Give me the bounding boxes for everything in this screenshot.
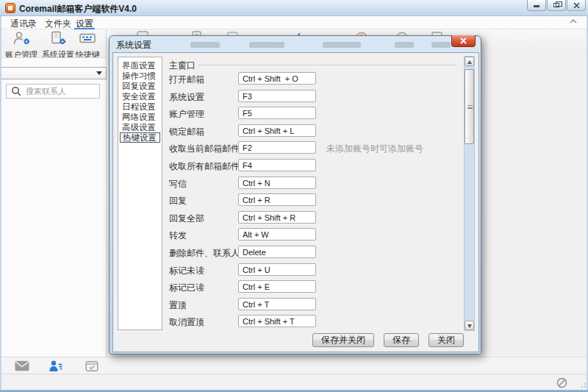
- dialog-title: 系统设置: [116, 39, 151, 51]
- tab-contacts[interactable]: 通讯录: [7, 18, 40, 29]
- nav-item-security[interactable]: 安全设置: [120, 91, 160, 101]
- hotkey-label: 账户管理: [169, 108, 204, 121]
- hotkey-label: 转发: [169, 229, 187, 242]
- close-dialog-button[interactable]: 关闭: [429, 333, 464, 347]
- settings-dialog: 系统设置 界面设置 操作习惯 回复设置 安全设置 日程设置 网络设置 高级设置 …: [109, 35, 481, 354]
- chevron-up-icon: [569, 18, 578, 25]
- minimize-button[interactable]: [527, 0, 546, 11]
- hotkey-label: 置顶: [169, 299, 187, 312]
- search-input[interactable]: [26, 87, 99, 96]
- hotkey-input-pin[interactable]: [238, 298, 316, 310]
- hotkey-input-unpin[interactable]: [238, 315, 316, 327]
- scrollbar-thumb[interactable]: [465, 69, 474, 144]
- hotkey-input-reply[interactable]: [238, 193, 316, 206]
- thumb-grip-icon: [467, 105, 473, 109]
- keyboard-icon: [79, 31, 96, 46]
- app-logo-icon: [5, 3, 15, 13]
- hotkey-input-compose[interactable]: [238, 177, 316, 189]
- tab-folders[interactable]: 文件夹: [42, 18, 74, 29]
- hotkey-label: 回复全部: [169, 213, 204, 225]
- sidebar-separator: [106, 29, 107, 374]
- hotkey-input-mark-read[interactable]: [238, 280, 316, 293]
- titlebar-ghost: [323, 42, 361, 48]
- hotkey-label: 锁定邮箱: [169, 126, 204, 138]
- scroll-up-button[interactable]: [465, 57, 474, 66]
- chevron-down-icon: [96, 71, 102, 75]
- offline-status-icon[interactable]: [556, 377, 567, 388]
- hotkey-label: 写信: [169, 178, 187, 190]
- hotkey-input-reply-all[interactable]: [238, 211, 316, 224]
- hotkey-input-lock-mailbox[interactable]: [238, 124, 316, 137]
- dialog-scrollbar: [464, 56, 475, 331]
- hotkey-input-account-management[interactable]: [238, 107, 316, 119]
- toolbar-hotkeys[interactable]: 快捷键: [74, 31, 101, 60]
- scroll-down-button[interactable]: [465, 321, 474, 330]
- dialog-content: 界面设置 操作习惯 回复设置 安全设置 日程设置 网络设置 高级设置 热键设置 …: [112, 52, 479, 352]
- sidebar: [0, 57, 106, 357]
- toolbar-system-settings[interactable]: 系统设置: [42, 31, 73, 60]
- search-icon: [10, 86, 24, 96]
- app-window: Coremail邮箱客户端软件V4.0 通讯录 文件夹 设置 账户管理: [0, 0, 588, 392]
- nav-item-interface[interactable]: 界面设置: [120, 60, 160, 71]
- contacts-nav-button[interactable]: [49, 360, 63, 371]
- menubar: 通讯录 文件夹 设置: [0, 16, 588, 29]
- dialog-button-row: 保存并关闭 保存 关闭: [312, 333, 464, 347]
- close-button[interactable]: [567, 0, 586, 11]
- hotkey-note: 未添加账号时可添加账号: [326, 143, 423, 155]
- window-title: Coremail邮箱客户端软件V4.0: [19, 3, 137, 15]
- section-header: 主窗口: [169, 60, 196, 72]
- save-button[interactable]: 保存: [384, 333, 419, 347]
- tab-settings[interactable]: 设置: [74, 18, 95, 29]
- bottom-nav: [0, 357, 588, 374]
- nav-item-reply[interactable]: 回复设置: [120, 81, 160, 91]
- close-icon: [573, 2, 580, 9]
- search-box: [6, 84, 100, 99]
- hotkey-input-fetch-all[interactable]: [238, 159, 316, 171]
- minimize-icon: [534, 5, 539, 7]
- account-gear-icon: [12, 31, 30, 46]
- nav-item-habits[interactable]: 操作习惯: [120, 71, 160, 81]
- titlebar-ghost: [395, 42, 414, 48]
- titlebar-ghost: [190, 42, 220, 48]
- nav-item-schedule[interactable]: 日程设置: [120, 101, 160, 112]
- dialog-close-button[interactable]: [451, 35, 476, 47]
- hotkey-label: 删除邮件、联系人: [169, 247, 240, 260]
- hotkey-label: 标记已读: [169, 282, 204, 294]
- window-frame: [0, 16, 1, 390]
- hotkey-label: 回复: [169, 195, 187, 207]
- section-divider: [198, 65, 457, 65]
- hotkey-input-open-mailbox[interactable]: [238, 72, 316, 85]
- hotkey-label: 系统设置: [169, 91, 204, 104]
- titlebar: Coremail邮箱客户端软件V4.0: [0, 0, 588, 16]
- save-and-close-button[interactable]: 保存并关闭: [312, 333, 374, 347]
- arrow-down-icon: [467, 324, 472, 328]
- hotkey-label: 收取当前邮箱邮件: [169, 143, 240, 155]
- titlebar-ghost: [431, 42, 451, 48]
- hotkey-label: 打开邮箱: [169, 74, 204, 86]
- arrow-up-icon: [467, 60, 472, 64]
- statusbar: [0, 374, 588, 390]
- resize-grip[interactable]: [579, 381, 587, 388]
- settings-nav-list: 界面设置 操作习惯 回复设置 安全设置 日程设置 网络设置 高级设置 热键设置: [118, 57, 162, 330]
- hotkey-input-mark-unread[interactable]: [238, 263, 316, 276]
- nav-item-hotkeys[interactable]: 热键设置: [120, 132, 160, 143]
- hotkey-input-fetch-current[interactable]: [238, 141, 316, 154]
- restore-icon: [553, 3, 559, 7]
- hotkey-label: 标记未读: [169, 265, 204, 277]
- hotkey-input-forward[interactable]: [238, 228, 316, 240]
- titlebar-ghost: [249, 42, 284, 48]
- toolbar-account-management[interactable]: 账户管理: [4, 31, 39, 60]
- maximize-button[interactable]: [547, 0, 566, 11]
- mail-nav-button[interactable]: [15, 360, 29, 371]
- collapse-toolbar-button[interactable]: [569, 18, 579, 26]
- nav-item-network[interactable]: 网络设置: [120, 112, 160, 122]
- nav-item-advanced[interactable]: 高级设置: [120, 122, 160, 132]
- calendar-nav-button[interactable]: [85, 360, 99, 371]
- document-gear-icon: [49, 31, 66, 46]
- hotkey-label: 取消置顶: [169, 316, 204, 329]
- close-icon: [460, 38, 467, 44]
- hotkey-input-delete[interactable]: [238, 246, 316, 258]
- hotkey-input-system-settings[interactable]: [238, 90, 316, 102]
- hotkey-label: 收取所有邮箱邮件: [169, 160, 240, 173]
- contact-group-dropdown[interactable]: [0, 67, 107, 79]
